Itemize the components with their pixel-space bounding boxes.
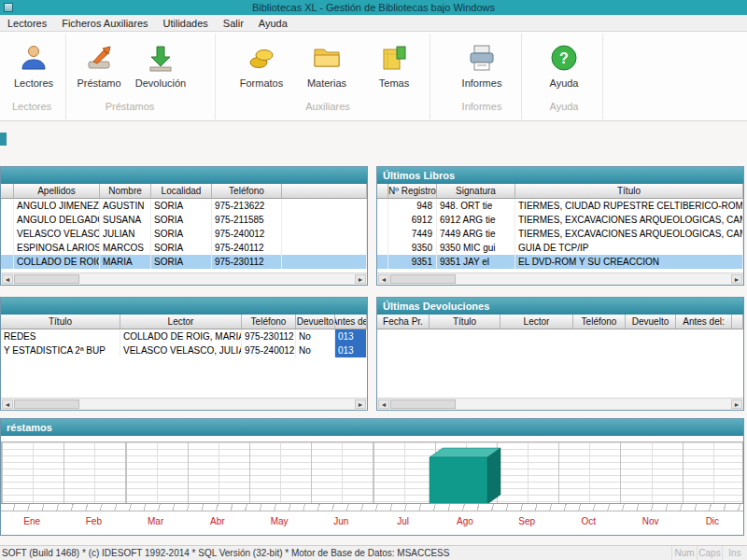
toolbar-button-materias[interactable]: Materias bbox=[297, 43, 357, 99]
title-bar[interactable]: Bibliotecas XL - Gestión de Bibliotecas … bbox=[0, 0, 747, 15]
column-header-registro[interactable]: Nº Registro bbox=[388, 184, 437, 199]
scrollbar-thumb[interactable] bbox=[14, 399, 79, 409]
panel-ultimos-prestamos: Título Lector Teléfono Devuelto Antes de… bbox=[0, 297, 368, 411]
cell bbox=[1, 227, 14, 241]
panel-header-libros[interactable]: Últimos Libros bbox=[377, 167, 743, 184]
toolbar-button-lectores[interactable]: Lectores bbox=[4, 43, 63, 99]
scroll-right-button[interactable]: ► bbox=[355, 399, 366, 409]
scrollbar-thumb[interactable] bbox=[14, 274, 79, 284]
cell: SORIA bbox=[151, 227, 212, 241]
cell-highlighted: 013 bbox=[335, 329, 367, 343]
formats-icon bbox=[247, 43, 276, 73]
horizontal-scrollbar[interactable]: ◄ ► bbox=[377, 273, 743, 285]
table-row[interactable]: VELASCO VELASCO JULIAN SORIA 975-240012 bbox=[1, 227, 367, 241]
column-header-filler bbox=[282, 184, 367, 199]
cell bbox=[1, 241, 14, 255]
table-row[interactable]: ANGULO JIMENEZ AGUSTIN SORIA 975-213622 bbox=[1, 199, 367, 213]
horizontal-scrollbar[interactable]: ◄ ► bbox=[1, 398, 367, 410]
cell: SORIA bbox=[151, 241, 212, 255]
menu-item-ficheros-auxiliares[interactable]: Ficheros Auxiliares bbox=[54, 15, 155, 31]
panel-title: réstamos bbox=[7, 422, 52, 433]
column-header-localidad[interactable]: Localidad bbox=[151, 184, 212, 199]
scroll-left-button[interactable]: ◄ bbox=[2, 399, 13, 409]
cell: SUSANA bbox=[100, 213, 151, 227]
scroll-right-button[interactable]: ► bbox=[355, 274, 366, 284]
toolbar-group-auxiliares: Auxiliares bbox=[232, 101, 424, 112]
toolbar-button-devolucion[interactable]: Devolución bbox=[131, 43, 190, 99]
toolbar-button-label: Ayuda bbox=[550, 77, 579, 89]
column-header-telefono[interactable]: Teléfono bbox=[242, 315, 296, 329]
readers-icon bbox=[19, 43, 49, 73]
cell: GUIA DE TCP/IP bbox=[515, 241, 743, 255]
horizontal-scrollbar[interactable]: ◄ ► bbox=[1, 273, 367, 285]
scroll-right-button[interactable]: ► bbox=[731, 399, 742, 409]
column-header-lector[interactable]: Lector bbox=[120, 315, 242, 329]
scrollbar-thumb[interactable] bbox=[390, 399, 456, 409]
menu-item-salir[interactable]: Salir bbox=[216, 15, 251, 31]
cell: 9350 bbox=[388, 241, 437, 255]
cell: VELASCO VELASCO bbox=[14, 227, 100, 241]
toolbar-group-lectores: Lectores bbox=[0, 101, 63, 112]
table-row[interactable]: REDES COLLADO DE ROIG, MARIA 975-230112 … bbox=[1, 329, 367, 343]
app-icon bbox=[4, 3, 13, 12]
indicator-num: Num bbox=[671, 546, 697, 560]
table-row[interactable]: 6912 6912 ARG tie TIERMES, EXCAVACIONES … bbox=[377, 213, 743, 227]
cell: COLLADO DE ROIG, MARIA bbox=[120, 329, 242, 343]
cell: SORIA bbox=[151, 199, 212, 213]
cell: SORIA bbox=[151, 213, 212, 227]
cell bbox=[282, 213, 367, 227]
table-row[interactable]: 948 948. ORT tie TIERMES, CIUDAD RUPESTR… bbox=[377, 199, 743, 213]
scroll-right-button[interactable]: ► bbox=[731, 274, 742, 284]
scrollbar-thumb[interactable] bbox=[390, 274, 456, 284]
column-header-antes-del[interactable]: Antes del bbox=[335, 315, 367, 329]
month-label: Nov bbox=[620, 516, 682, 528]
table-row[interactable]: ANGULO DELGADO SUSANA SORIA 975-211585 bbox=[1, 213, 367, 227]
menu-item-ayuda[interactable]: Ayuda bbox=[251, 15, 295, 31]
column-header-titulo[interactable]: Título bbox=[430, 315, 500, 329]
toolbar-button-informes[interactable]: Informes bbox=[452, 43, 512, 99]
table-row[interactable]: 7449 7449 ARG tie TIERMES, EXCAVACIONES … bbox=[377, 227, 743, 241]
scroll-left-button[interactable]: ◄ bbox=[2, 274, 13, 284]
column-header-apellidos[interactable]: Apellidos bbox=[14, 184, 100, 199]
scroll-left-button[interactable]: ◄ bbox=[378, 399, 389, 409]
cell bbox=[1, 255, 14, 269]
table-row-selected[interactable]: 9351 9351 JAY el EL DVD-ROM Y SU CREACCI… bbox=[377, 255, 743, 269]
menu-item-lectores[interactable]: Lectores bbox=[0, 15, 54, 31]
horizontal-scrollbar[interactable]: ◄ ► bbox=[377, 398, 743, 410]
panel-header-prestamos[interactable] bbox=[1, 298, 367, 315]
column-header-telefono[interactable]: Teléfono bbox=[212, 184, 282, 199]
column-header-lector[interactable]: Lector bbox=[500, 315, 573, 329]
cell bbox=[377, 241, 388, 255]
month-label: May bbox=[248, 516, 310, 528]
table-row-selected[interactable]: COLLADO DE ROIG MARIA SORIA 975-230112 bbox=[1, 255, 367, 269]
column-header-telefono[interactable]: Teléfono bbox=[573, 315, 626, 329]
table-row[interactable]: 9350 9350 MIC gui GUIA DE TCP/IP bbox=[377, 241, 743, 255]
cell: TIERMES, CIUDAD RUPESTRE CELTIBERICO-ROM… bbox=[515, 199, 743, 213]
scroll-left-button[interactable]: ◄ bbox=[378, 274, 389, 284]
cell bbox=[282, 241, 367, 255]
toolbar-button-ayuda[interactable]: ? Ayuda bbox=[534, 43, 594, 99]
column-header-devuelto[interactable]: Devuelto bbox=[296, 315, 335, 329]
toolbar-button-formatos[interactable]: Formatos bbox=[232, 43, 291, 99]
panel-header-devoluciones[interactable]: Últimas Devoluciones bbox=[377, 298, 743, 315]
column-header-signatura[interactable]: Signatura bbox=[437, 184, 515, 199]
cell: TIERMES, EXCAVACIONES ARQUEOLOGICAS, CAM… bbox=[515, 213, 743, 227]
column-header-nombre[interactable]: Nombre bbox=[100, 184, 151, 199]
toolbar-button-prestamo[interactable]: Préstamo bbox=[69, 43, 129, 99]
column-header-devuelto[interactable]: Devuelto bbox=[626, 315, 676, 329]
column-header-fecha[interactable]: Fecha Pr. bbox=[377, 315, 430, 329]
menu-item-utilidades[interactable]: Utilidades bbox=[156, 15, 216, 31]
panel-header-lectores[interactable] bbox=[1, 167, 367, 184]
cell: ANGULO JIMENEZ bbox=[14, 199, 100, 213]
column-header-antes-del[interactable]: Antes del: bbox=[676, 315, 732, 329]
cell: 6912 bbox=[388, 213, 437, 227]
table-row[interactable]: Y ESTADISTICA 2ª BUP VELASCO VELASCO, JU… bbox=[1, 343, 367, 357]
cell-highlighted: 013 bbox=[335, 343, 367, 357]
grid-header: Nº Registro Signatura Título bbox=[377, 184, 743, 199]
toolbar-button-temas[interactable]: Temas bbox=[364, 43, 424, 99]
column-header-titulo[interactable]: Título bbox=[515, 184, 743, 199]
table-row[interactable]: ESPINOSA LARIOS MARCOS SORIA 975-240112 bbox=[1, 241, 367, 255]
column-header-titulo[interactable]: Título bbox=[1, 315, 120, 329]
cell: 6912 ARG tie bbox=[437, 213, 515, 227]
panel-header-chart[interactable]: réstamos bbox=[1, 419, 743, 436]
